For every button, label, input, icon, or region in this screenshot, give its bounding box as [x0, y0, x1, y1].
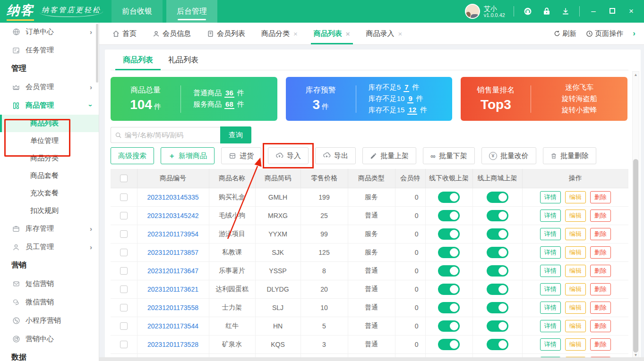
online-shelf-toggle[interactable] [487, 210, 508, 221]
offline-shelf-toggle[interactable] [438, 339, 460, 350]
row-checkbox[interactable] [120, 285, 128, 293]
edit-button[interactable]: 编辑 [565, 191, 586, 203]
tab-home[interactable]: 首页 [112, 23, 137, 44]
delete-button[interactable]: 删除 [590, 210, 611, 222]
delete-button[interactable]: 删除 [590, 265, 611, 277]
sidebar-item-goods-mgmt[interactable]: 商品管理 › [0, 96, 99, 115]
vertical-scrollbar[interactable]: ▲ ▼ [632, 71, 639, 359]
edit-button[interactable]: 编辑 [565, 302, 586, 314]
detail-button[interactable]: 详情 [540, 246, 561, 259]
sidebar-subitem-goods-category[interactable]: 商品分类 [0, 150, 99, 167]
delete-button[interactable]: 删除 [590, 338, 611, 351]
detail-button[interactable]: 详情 [540, 338, 561, 351]
row-checkbox[interactable] [120, 322, 128, 330]
edit-button[interactable]: 编辑 [565, 265, 586, 277]
online-shelf-toggle[interactable] [487, 265, 508, 277]
edit-button[interactable]: 编辑 [565, 283, 586, 295]
sidebar-scrollbar[interactable] [96, 24, 98, 83]
row-checkbox[interactable] [120, 212, 128, 219]
detail-button[interactable]: 详情 [540, 320, 561, 332]
query-button[interactable]: 查询 [220, 126, 251, 143]
online-shelf-toggle[interactable] [487, 192, 508, 203]
delete-button[interactable]: 删除 [590, 283, 611, 295]
batch-on-shelf-button[interactable]: 批量上架 [362, 147, 416, 164]
offline-shelf-toggle[interactable] [438, 284, 460, 295]
tab-member-info[interactable]: 会员信息 [153, 23, 191, 44]
close-icon[interactable]: × [398, 30, 403, 38]
sidebar-item-member-mgmt[interactable]: 会员管理 › [0, 78, 99, 96]
purchase-button[interactable]: 进货 [221, 147, 261, 164]
online-shelf-toggle[interactable] [487, 339, 508, 350]
edit-button[interactable]: 编辑 [565, 228, 586, 240]
panel-tab-goods-list[interactable]: 商品列表 [115, 50, 161, 70]
edit-button[interactable]: 编辑 [565, 210, 586, 222]
scroll-up-arrow[interactable]: ▲ [633, 72, 639, 78]
panel-tab-gift-list[interactable]: 礼品列表 [161, 50, 206, 70]
row-checkbox[interactable] [120, 230, 128, 238]
tab-goods-entry[interactable]: 商品录入 × [366, 23, 403, 44]
detail-button[interactable]: 详情 [540, 228, 561, 240]
offline-shelf-toggle[interactable] [438, 210, 460, 221]
goods-code-link[interactable]: 20231201173544 [147, 322, 198, 330]
close-icon[interactable]: × [293, 30, 298, 38]
sidebar-item-order-center[interactable]: 订单中心 › [0, 23, 99, 41]
offline-shelf-toggle[interactable] [438, 302, 460, 313]
detail-button[interactable]: 详情 [540, 302, 561, 314]
edit-button[interactable]: 编辑 [565, 246, 586, 259]
detail-button[interactable]: 详情 [540, 210, 561, 222]
online-shelf-toggle[interactable] [487, 247, 508, 258]
offline-shelf-toggle[interactable] [438, 192, 460, 203]
online-shelf-toggle[interactable] [487, 228, 508, 240]
close-icon[interactable]: × [346, 30, 350, 38]
online-shelf-toggle[interactable] [487, 320, 508, 332]
detail-button[interactable]: 详情 [540, 191, 561, 203]
delete-button[interactable]: 删除 [590, 320, 611, 332]
row-checkbox[interactable] [120, 341, 128, 348]
detail-button[interactable]: 详情 [540, 265, 561, 277]
export-button[interactable]: 导出 [315, 147, 356, 164]
sidebar-item-task-mgmt[interactable]: 任务管理 [0, 41, 99, 59]
sidebar-subitem-recharge-package[interactable]: 充次套餐 [0, 185, 99, 202]
row-checkbox[interactable] [120, 249, 128, 256]
import-button[interactable]: 导入 [268, 147, 309, 164]
advanced-search-button[interactable]: 高级搜索 [111, 147, 154, 164]
tab-goods-category[interactable]: 商品分类 × [261, 23, 298, 44]
tab-member-list[interactable]: 会员列表 [207, 23, 245, 44]
delete-button[interactable]: 删除 [590, 246, 611, 259]
select-all-checkbox[interactable] [120, 175, 128, 182]
goods-code-link[interactable]: 20231201173954 [147, 230, 198, 238]
row-checkbox[interactable] [120, 267, 128, 275]
sidebar-item-marketing-center[interactable]: 营销中心 [0, 330, 99, 348]
row-checkbox[interactable] [120, 193, 128, 201]
batch-price-button[interactable]: ¥ 批量改价 [481, 147, 536, 164]
online-shelf-toggle[interactable] [487, 302, 508, 313]
page-operations-button[interactable]: 页面操作 [586, 29, 623, 38]
row-checkbox[interactable] [120, 304, 128, 311]
sidebar-item-miniapp-marketing[interactable]: 小程序营销 [0, 311, 99, 330]
goods-code-link[interactable]: 20231201173558 [147, 304, 198, 311]
batch-delete-button[interactable]: 批量删除 [543, 147, 596, 164]
online-shelf-toggle[interactable] [487, 284, 508, 295]
sidebar-item-staff-mgmt[interactable]: 员工管理 › [0, 238, 99, 256]
search-input[interactable] [125, 131, 216, 139]
scrollbar-thumb[interactable] [633, 159, 638, 353]
sidebar-subitem-goods-list[interactable]: 商品列表 [0, 115, 99, 132]
goods-code-link[interactable]: 20231201173621 [147, 285, 198, 293]
offline-shelf-toggle[interactable] [438, 228, 460, 240]
nav-back-office[interactable]: 后台管理 [166, 0, 217, 23]
tab-goods-list[interactable]: 商品列表 × [314, 23, 350, 44]
sidebar-subitem-unit-mgmt[interactable]: 单位管理 [0, 132, 99, 150]
edit-button[interactable]: 编辑 [565, 320, 586, 332]
nav-front-cashier[interactable]: 前台收银 [112, 0, 163, 23]
goods-code-link[interactable]: 20231201173528 [147, 341, 198, 348]
edit-button[interactable]: 编辑 [565, 338, 586, 351]
offline-shelf-toggle[interactable] [438, 320, 460, 332]
support-headset-icon[interactable] [523, 6, 533, 17]
sidebar-subitem-deduct-rule[interactable]: 扣次规则 [0, 202, 99, 219]
delete-button[interactable]: 删除 [590, 302, 611, 314]
close-button[interactable]: × [626, 7, 636, 16]
chevron-right-icon[interactable]: › [633, 29, 635, 38]
sidebar-item-stock-mgmt[interactable]: 库存管理 › [0, 219, 99, 238]
user-box[interactable]: 艾小 v1.0.0.42 [465, 4, 505, 19]
offline-shelf-toggle[interactable] [438, 247, 460, 258]
